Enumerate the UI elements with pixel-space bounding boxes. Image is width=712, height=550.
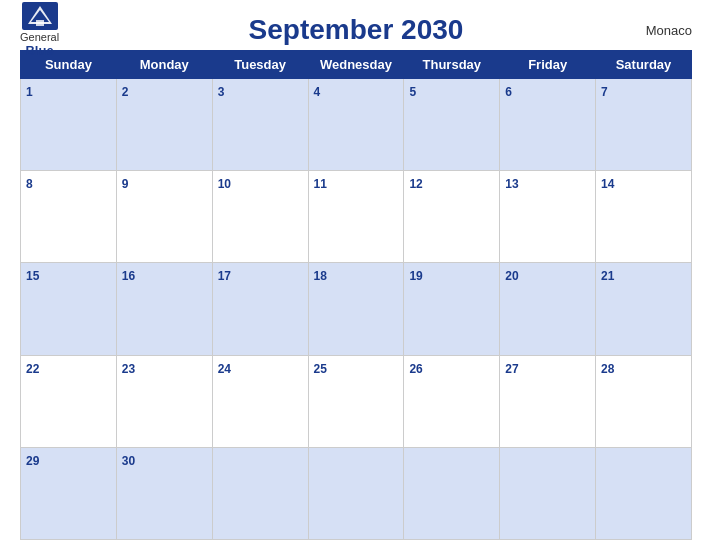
day-number: 29 [26, 454, 39, 468]
calendar-day-cell: 14 [596, 171, 692, 263]
day-number: 26 [409, 362, 422, 376]
calendar-week-row: 891011121314 [21, 171, 692, 263]
calendar-week-row: 15161718192021 [21, 263, 692, 355]
logo-icon [22, 2, 58, 30]
col-friday: Friday [500, 51, 596, 79]
calendar-day-cell: 23 [116, 355, 212, 447]
days-of-week-row: Sunday Monday Tuesday Wednesday Thursday… [21, 51, 692, 79]
calendar-header: General Blue September 2030 Monaco [20, 14, 692, 46]
col-thursday: Thursday [404, 51, 500, 79]
calendar-day-cell: 28 [596, 355, 692, 447]
col-wednesday: Wednesday [308, 51, 404, 79]
col-saturday: Saturday [596, 51, 692, 79]
calendar-day-cell: 18 [308, 263, 404, 355]
day-number: 2 [122, 85, 129, 99]
day-number: 19 [409, 269, 422, 283]
calendar-body: 1234567891011121314151617181920212223242… [21, 79, 692, 540]
calendar-day-cell: 10 [212, 171, 308, 263]
calendar-week-row: 1234567 [21, 79, 692, 171]
col-monday: Monday [116, 51, 212, 79]
calendar-day-cell: 6 [500, 79, 596, 171]
calendar-header-row: Sunday Monday Tuesday Wednesday Thursday… [21, 51, 692, 79]
calendar-day-cell: 19 [404, 263, 500, 355]
day-number: 25 [314, 362, 327, 376]
day-number: 23 [122, 362, 135, 376]
calendar-day-cell: 24 [212, 355, 308, 447]
day-number: 14 [601, 177, 614, 191]
calendar-title: September 2030 [249, 14, 464, 46]
calendar-day-cell: 22 [21, 355, 117, 447]
calendar-day-cell: 21 [596, 263, 692, 355]
day-number: 4 [314, 85, 321, 99]
calendar-day-cell [404, 447, 500, 539]
logo-general-text: General [20, 31, 59, 43]
calendar-day-cell: 29 [21, 447, 117, 539]
day-number: 16 [122, 269, 135, 283]
day-number: 21 [601, 269, 614, 283]
calendar-day-cell [596, 447, 692, 539]
logo: General Blue [20, 2, 59, 58]
day-number: 8 [26, 177, 33, 191]
day-number: 13 [505, 177, 518, 191]
day-number: 17 [218, 269, 231, 283]
calendar-day-cell: 30 [116, 447, 212, 539]
day-number: 12 [409, 177, 422, 191]
calendar-day-cell: 3 [212, 79, 308, 171]
calendar-day-cell [308, 447, 404, 539]
day-number: 15 [26, 269, 39, 283]
calendar-day-cell: 7 [596, 79, 692, 171]
calendar-day-cell: 20 [500, 263, 596, 355]
day-number: 11 [314, 177, 327, 191]
calendar-day-cell: 13 [500, 171, 596, 263]
day-number: 22 [26, 362, 39, 376]
day-number: 1 [26, 85, 33, 99]
calendar-day-cell: 12 [404, 171, 500, 263]
svg-rect-3 [36, 20, 44, 26]
calendar-day-cell: 1 [21, 79, 117, 171]
calendar-day-cell: 11 [308, 171, 404, 263]
day-number: 6 [505, 85, 512, 99]
calendar-day-cell [212, 447, 308, 539]
calendar-day-cell: 26 [404, 355, 500, 447]
day-number: 30 [122, 454, 135, 468]
day-number: 9 [122, 177, 129, 191]
day-number: 3 [218, 85, 225, 99]
day-number: 5 [409, 85, 416, 99]
calendar-day-cell: 16 [116, 263, 212, 355]
day-number: 28 [601, 362, 614, 376]
country-label: Monaco [646, 23, 692, 38]
calendar-day-cell: 17 [212, 263, 308, 355]
calendar-day-cell: 27 [500, 355, 596, 447]
calendar-week-row: 22232425262728 [21, 355, 692, 447]
calendar-day-cell: 8 [21, 171, 117, 263]
logo-blue-text: Blue [25, 43, 53, 58]
calendar-day-cell: 4 [308, 79, 404, 171]
day-number: 18 [314, 269, 327, 283]
calendar-day-cell: 9 [116, 171, 212, 263]
calendar-table: Sunday Monday Tuesday Wednesday Thursday… [20, 50, 692, 540]
day-number: 27 [505, 362, 518, 376]
calendar-week-row: 2930 [21, 447, 692, 539]
calendar-day-cell: 5 [404, 79, 500, 171]
calendar-day-cell: 15 [21, 263, 117, 355]
day-number: 20 [505, 269, 518, 283]
calendar-day-cell: 2 [116, 79, 212, 171]
calendar-day-cell: 25 [308, 355, 404, 447]
day-number: 10 [218, 177, 231, 191]
day-number: 7 [601, 85, 608, 99]
col-tuesday: Tuesday [212, 51, 308, 79]
day-number: 24 [218, 362, 231, 376]
calendar-day-cell [500, 447, 596, 539]
